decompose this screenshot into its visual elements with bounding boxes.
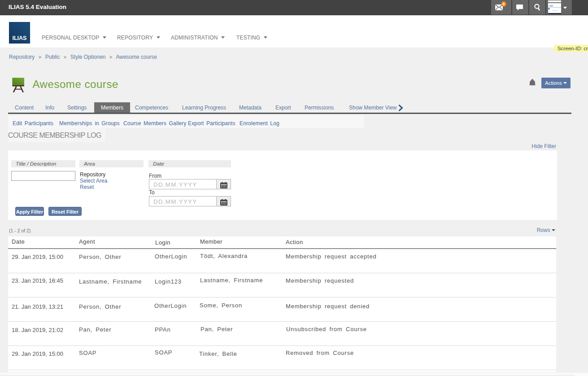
svg-text:ILIAS: ILIAS — [13, 35, 27, 41]
